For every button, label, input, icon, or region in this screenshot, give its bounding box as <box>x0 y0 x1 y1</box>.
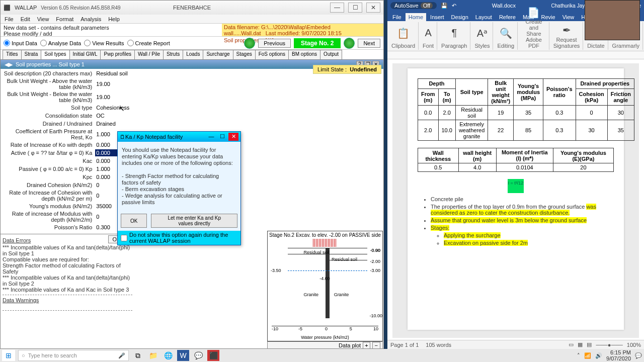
ruler[interactable] <box>387 51 644 59</box>
clock-time[interactable]: 6:15 PM <box>606 349 631 355</box>
dialog-close[interactable]: ✕ <box>228 133 238 141</box>
property-row[interactable]: Soil typeCohesionless <box>2 104 133 111</box>
property-value[interactable]: 19.00 <box>95 78 133 90</box>
paste-icon[interactable]: 📋 <box>391 23 415 43</box>
plot-minus-button[interactable]: − <box>372 342 380 349</box>
wallap-taskbar-icon[interactable]: ⬛ <box>207 350 219 361</box>
menu-analysis[interactable]: Analysis <box>80 16 101 22</box>
tab-references[interactable]: Refere <box>496 13 519 21</box>
property-row[interactable]: Soil description (20 characters max)Resi… <box>2 70 133 77</box>
dialog-footer[interactable]: Do not show this option again during the… <box>118 231 240 245</box>
close-button[interactable]: ✕ <box>366 3 380 13</box>
tray-up-icon[interactable]: ˄ <box>577 352 580 359</box>
soil-panel-arrows[interactable]: ◀▶ <box>5 61 13 68</box>
group-signatures[interactable]: ✒Request Signatures <box>550 22 584 50</box>
group-font[interactable]: AFont <box>420 22 437 50</box>
property-row[interactable]: Consolidation stateOC <box>2 112 133 119</box>
dialog-titlebar[interactable]: 🗒 Ka / Kp Notepad facility — ☐ ✕ <box>118 132 240 142</box>
property-row[interactable]: Active ( φ = ?? tar δ/tar φ = 0) Ka0.000 <box>2 149 133 156</box>
prev-button[interactable]: Previous <box>258 39 291 48</box>
view-readmode-icon[interactable]: ▭ <box>569 341 574 348</box>
teams-icon[interactable]: 💬 <box>192 350 204 361</box>
document-area[interactable]: Depth Soil type Bulk unit weight (kN/m³)… <box>392 63 639 338</box>
mode-input[interactable]: Input Data <box>4 40 37 46</box>
volume-icon[interactable]: 🔊 <box>595 352 602 359</box>
view-web-icon[interactable]: ▤ <box>587 341 592 348</box>
stage-indicator[interactable]: Stage No. 2 <box>294 38 341 48</box>
system-tray[interactable]: ˄ 📶 🔊 6:15 PM 9/07/2020 💬 <box>577 349 642 361</box>
mode-analyse[interactable]: Analyse Data <box>40 40 81 46</box>
property-value[interactable]: Cohesionless <box>95 104 133 111</box>
property-row[interactable]: Passive ( φ = 0.00 a/c = 0) Kp1.000 <box>2 165 133 172</box>
mic-icon[interactable]: 🎤 <box>118 352 125 359</box>
tab-strata[interactable]: Strata <box>21 50 42 59</box>
property-value[interactable]: OC <box>95 112 133 119</box>
task-view-icon[interactable]: ⧉ <box>132 350 144 361</box>
tab-struts[interactable]: Struts <box>163 50 183 59</box>
undo-icon[interactable]: ↶ <box>452 3 456 9</box>
dialog-minimize[interactable]: — <box>206 133 216 141</box>
property-value[interactable]: 19.00 <box>95 91 133 103</box>
pdf-icon[interactable]: 📄 <box>522 7 546 19</box>
tab-design[interactable]: Design <box>448 13 471 21</box>
group-clipboard[interactable]: 📋Clipboard <box>388 22 419 50</box>
save-icon[interactable]: 💾 <box>441 3 448 9</box>
sign-icon[interactable]: ✒ <box>553 23 580 37</box>
tab-layout[interactable]: Layout <box>472 13 495 21</box>
dialog-maximize[interactable]: ☐ <box>217 133 227 141</box>
word-taskbar-icon[interactable]: W <box>177 350 189 361</box>
property-value[interactable]: Residual soil <box>95 70 133 77</box>
notifications-icon[interactable]: 💬 <box>635 352 642 359</box>
group-styles[interactable]: AᵃStyles <box>471 22 493 50</box>
tab-insert[interactable]: Insert <box>427 13 447 21</box>
property-row[interactable]: Drained Cohesion (kN/m2)0 <box>2 182 133 189</box>
explorer-icon[interactable]: 📁 <box>147 350 159 361</box>
view-print-icon[interactable]: ▦ <box>578 341 583 348</box>
tab-loads[interactable]: Loads <box>183 50 203 59</box>
taskbar-search[interactable]: ○ Type here to search 🎤 <box>18 350 129 361</box>
group-adobe[interactable]: 📄Create and Share Adobe PDF <box>519 22 549 50</box>
find-icon[interactable]: 🔍 <box>497 23 514 43</box>
property-row[interactable]: Rate of Increase of Cohesion with depth … <box>2 190 133 202</box>
zoom-slider[interactable]: ───●─── <box>596 342 622 348</box>
property-row[interactable]: Poisson's Ratio0.300 <box>2 224 133 231</box>
tab-bm[interactable]: BM options <box>288 50 320 59</box>
property-row[interactable]: Drained / UndrainedDrained <box>2 120 133 127</box>
next-arrow-icon[interactable] <box>344 38 355 49</box>
next-button[interactable]: Next <box>358 39 380 48</box>
styles-icon[interactable]: Aᵃ <box>474 23 490 43</box>
menu-view[interactable]: View <box>37 16 49 22</box>
tab-home[interactable]: Home <box>406 13 426 21</box>
zoom-level[interactable]: 100% <box>627 342 641 348</box>
page-count[interactable]: Page 1 of 1 <box>390 342 419 348</box>
property-value[interactable]: Drained <box>95 120 133 127</box>
tab-surcharge[interactable]: Surcharge <box>203 50 233 59</box>
property-row[interactable]: Kac0.000 <box>2 157 133 164</box>
word-count[interactable]: 105 words <box>426 342 451 348</box>
mode-view[interactable]: View Results <box>84 40 124 46</box>
tab-pwp[interactable]: Pwp profiles <box>100 50 134 59</box>
property-row[interactable]: Bulk Unit Weight - Below the water table… <box>2 91 133 103</box>
tab-output[interactable]: Output <box>320 50 342 59</box>
tab-titles[interactable]: Titles <box>3 50 22 59</box>
tab-wallpile[interactable]: Wall / Pile <box>134 50 164 59</box>
tab-view-word[interactable]: View <box>559 13 578 21</box>
menu-file[interactable]: File <box>5 16 14 22</box>
property-row[interactable]: Young's modulus (kN/m2)35000 <box>2 203 133 210</box>
group-editing[interactable]: 🔍Editing <box>494 22 518 50</box>
chrome-icon[interactable]: 🌐 <box>162 350 174 361</box>
property-row[interactable]: Kpc0.000 <box>2 173 133 180</box>
plot-plus-button[interactable]: + <box>363 342 370 349</box>
property-row[interactable]: Coefficient of Earth Pressure at Rest, K… <box>2 128 133 140</box>
minimize-button[interactable]: — <box>330 3 344 13</box>
dialog-direct-button[interactable]: Let me enter Ka and Kp values directly <box>151 214 237 228</box>
menu-help[interactable]: Help <box>108 16 120 22</box>
menu-format[interactable]: Format <box>56 16 73 22</box>
mode-create[interactable]: Create Report <box>127 40 170 46</box>
clock-date[interactable]: 9/07/2020 <box>606 355 631 361</box>
maximize-button[interactable]: ☐ <box>348 3 362 13</box>
autosave-toggle[interactable]: AutoSave Off <box>390 2 437 9</box>
font-icon[interactable]: A <box>423 23 434 43</box>
tab-stages[interactable]: Stages <box>233 50 256 59</box>
network-icon[interactable]: 📶 <box>584 352 591 359</box>
